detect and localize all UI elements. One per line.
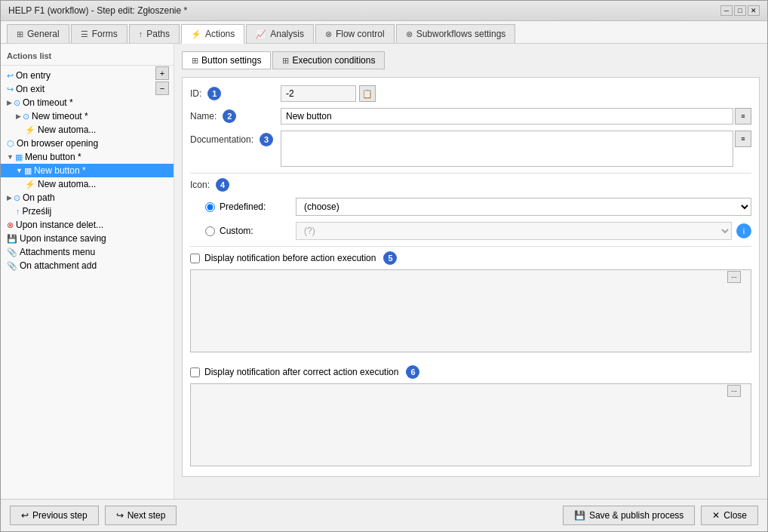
sidebar-item-menu-button[interactable]: ▼ ▦ Menu button * <box>1 150 174 164</box>
tab-subworkflows[interactable]: ⊗ Subworkflows settings <box>396 24 516 43</box>
name-row: Name: 2 ≡ <box>190 108 751 125</box>
sidebar-title: Actions list <box>1 50 174 66</box>
notification-2-checkbox[interactable] <box>190 367 200 377</box>
tab-forms[interactable]: ☰ Forms <box>71 24 127 43</box>
next-step-button[interactable]: ↪ Next step <box>105 506 177 525</box>
sidebar-item-on-path[interactable]: ▶ ⊙ On path <box>1 191 174 204</box>
notification-2-textarea-container: ··· <box>190 383 751 469</box>
close-window-button[interactable]: ✕ <box>748 5 760 16</box>
id-copy-button[interactable]: 📋 <box>359 85 376 102</box>
id-badge: 1 <box>207 87 221 100</box>
on-browser-opening-label: On browser opening <box>17 138 98 149</box>
tab-general[interactable]: ⊞ General <box>7 24 69 43</box>
sidebar-item-on-timeout[interactable]: ▶ ⊙ On timeout * <box>1 96 174 109</box>
bottom-right-controls: 💾 Save & publish process ✕ Close <box>563 506 758 525</box>
custom-radio[interactable] <box>205 226 215 236</box>
documentation-row: Documentation: 3 ≡ <box>190 131 751 167</box>
save-publish-label: Save & publish process <box>589 510 684 521</box>
new-button-expand-icon: ▼ <box>16 167 23 174</box>
new-automa1-icon: ⚡ <box>25 125 35 135</box>
sidebar-item-on-entry[interactable]: ↩ On entry <box>1 69 174 82</box>
id-field-row: 📋 <box>281 85 376 102</box>
window-controls: ─ □ ✕ <box>720 5 760 16</box>
upon-instance-delet-icon: ⊗ <box>7 220 14 230</box>
bottom-left-controls: ↩ Previous step ↪ Next step <box>10 506 177 525</box>
close-button[interactable]: ✕ Close <box>701 506 758 525</box>
predefined-label: Predefined: <box>220 201 266 212</box>
name-edit-button[interactable]: ≡ <box>735 108 751 125</box>
sidebar-item-new-button[interactable]: ▼ ▦ New button * <box>1 164 174 177</box>
sidebar-item-on-exit[interactable]: ↪ On exit <box>1 82 174 96</box>
sub-tab-execution-conditions[interactable]: ⊞ Execution conditions <box>272 51 385 69</box>
custom-select[interactable]: (?) <box>296 222 732 240</box>
on-exit-icon: ↪ <box>7 85 14 94</box>
on-browser-opening-icon: ⬡ <box>7 139 14 149</box>
on-entry-icon: ↩ <box>7 71 14 81</box>
id-row: ID: 1 📋 <box>190 85 751 102</box>
minimize-button[interactable]: ─ <box>720 5 733 16</box>
flowcontrol-tab-icon: ⊗ <box>325 29 332 39</box>
notification-1-more-button[interactable]: ··· <box>727 271 741 283</box>
sub-tab-button-settings[interactable]: ⊞ Button settings <box>182 51 271 69</box>
sidebar-item-upon-instance-saving[interactable]: 💾 Upon instance saving <box>1 232 174 245</box>
window-title: HELP F1 (workflow) - Step edit: Zgłoszen… <box>8 5 187 16</box>
notification-2-more-button[interactable]: ··· <box>727 385 741 397</box>
remove-action-button[interactable]: − <box>155 81 169 95</box>
notification-1-checkbox-row: Display notification before action execu… <box>190 251 751 265</box>
tab-analysis-label: Analysis <box>270 29 304 39</box>
sidebar-item-on-browser-opening[interactable]: ⬡ On browser opening <box>1 137 174 150</box>
sidebar-item-attachments-menu[interactable]: 📎 Attachments menu <box>1 245 174 259</box>
new-automa1-label: New automa... <box>38 125 96 135</box>
restore-button[interactable]: □ <box>734 5 746 16</box>
info-button[interactable]: i <box>736 223 751 238</box>
new-timeout-label: New timeout * <box>32 111 88 121</box>
separator-1 <box>190 173 751 174</box>
tab-actions[interactable]: ⚡ Actions <box>181 24 244 44</box>
notification-1-textarea[interactable] <box>190 269 751 352</box>
previous-step-button[interactable]: ↩ Previous step <box>10 506 99 525</box>
sidebar-item-upon-instance-delet[interactable]: ⊗ Upon instance delet... <box>1 218 174 232</box>
actions-tab-icon: ⚡ <box>191 29 201 39</box>
main-panel: ⊞ Button settings ⊞ Execution conditions… <box>174 44 767 499</box>
new-button-label: New button * <box>34 165 86 176</box>
tab-forms-label: Forms <box>92 29 118 39</box>
notification-2-textarea[interactable] <box>190 383 751 466</box>
notification-1-section: Display notification before action execu… <box>190 251 751 355</box>
tab-flowcontrol[interactable]: ⊗ Flow control <box>315 24 395 43</box>
notification-1-checkbox[interactable] <box>190 254 200 263</box>
name-input[interactable] <box>281 108 733 125</box>
save-publish-button[interactable]: 💾 Save & publish process <box>563 506 695 525</box>
custom-row: Custom: (?) i <box>190 222 751 240</box>
documentation-label: Documentation: 3 <box>190 131 281 146</box>
name-label: Name: 2 <box>190 109 281 123</box>
name-badge: 2 <box>223 109 236 123</box>
tab-paths[interactable]: ↑ Paths <box>129 24 180 43</box>
sidebar-item-on-attachment-add[interactable]: 📎 On attachment add <box>1 259 174 272</box>
main-window: HELP F1 (workflow) - Step edit: Zgłoszen… <box>0 0 768 532</box>
sidebar-item-przeslij[interactable]: ↑ Prześlij <box>1 204 174 218</box>
separator-2 <box>190 246 751 247</box>
icon-label-row: Icon: 4 <box>190 178 751 192</box>
new-timeout-icon: ⊙ <box>23 112 29 121</box>
bottom-bar: ↩ Previous step ↪ Next step 💾 Save & pub… <box>1 499 767 531</box>
predefined-radio[interactable] <box>205 202 215 212</box>
subworkflows-tab-icon: ⊗ <box>406 29 413 39</box>
add-action-button[interactable]: + <box>155 66 169 80</box>
sidebar-item-new-timeout[interactable]: ▶ ⊙ New timeout * <box>1 109 174 123</box>
upon-instance-saving-icon: 💾 <box>7 234 17 244</box>
sub-tab-button-settings-label: Button settings <box>201 55 261 66</box>
custom-label: Custom: <box>220 226 253 236</box>
close-icon: ✕ <box>712 510 720 521</box>
tab-analysis[interactable]: 📈 Analysis <box>246 24 314 43</box>
name-field-row: ≡ <box>281 108 751 125</box>
notification-1-label: Display notification before action execu… <box>204 253 376 263</box>
general-tab-icon: ⊞ <box>17 29 23 39</box>
sidebar-item-new-automa1[interactable]: ⚡ New automa... <box>1 123 174 137</box>
menu-button-icon: ▦ <box>15 152 23 162</box>
id-input[interactable] <box>281 85 356 102</box>
on-attachment-add-icon: 📎 <box>7 261 17 271</box>
documentation-edit-button[interactable]: ≡ <box>735 131 751 147</box>
sidebar-item-new-automa2[interactable]: ⚡ New automa... <box>1 177 174 191</box>
predefined-select[interactable]: (choose) <box>296 198 751 216</box>
documentation-textarea[interactable] <box>281 131 733 167</box>
